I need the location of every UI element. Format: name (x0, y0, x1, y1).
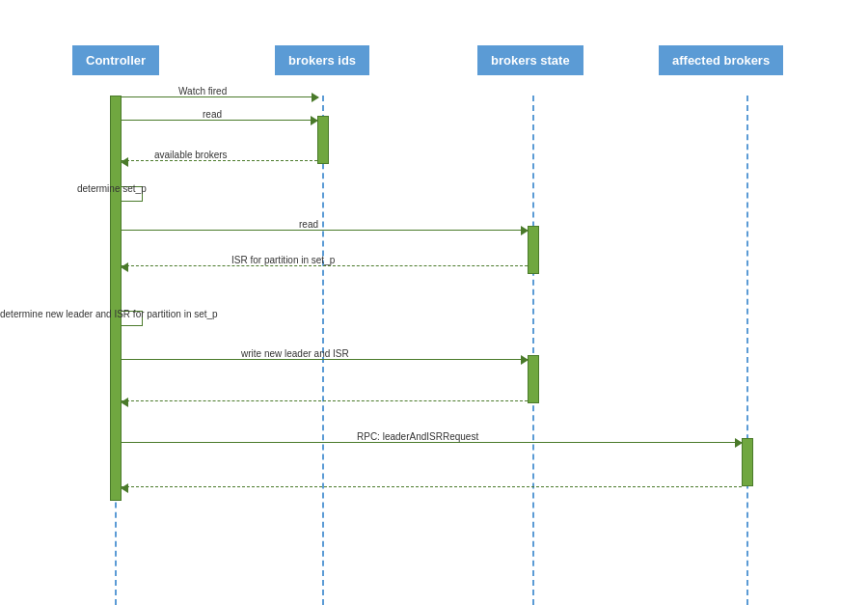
sequence-diagram: Controller brokers ids brokers state aff… (0, 0, 868, 605)
activation-brokers-state-1 (528, 226, 539, 274)
arrow-write (122, 359, 528, 360)
label-determine-set-p: determine set_p (77, 183, 147, 194)
arrow-write-response (122, 400, 528, 401)
arrow-rpc (122, 442, 742, 443)
label-read-1: read (203, 109, 222, 120)
actor-brokers-state: brokers state (477, 45, 583, 75)
arrow-isr (122, 265, 528, 266)
lifeline-affected-brokers (746, 96, 748, 605)
arrow-read-1 (122, 120, 317, 121)
arrow-available-brokers (122, 160, 317, 161)
arrow-rpc-response (122, 486, 742, 487)
label-watch-fired: Watch fired (178, 86, 227, 96)
label-available-brokers: available brokers (154, 150, 228, 160)
arrow-read-2 (122, 230, 528, 231)
label-rpc: RPC: leaderAndISRRequest (357, 431, 478, 442)
activation-controller-1 (110, 96, 122, 501)
activation-brokers-ids-1 (317, 116, 329, 164)
activation-brokers-state-2 (528, 355, 539, 403)
label-determine-new-leader: determine new leader and ISR for partiti… (0, 309, 218, 319)
arrow-watch-fired (122, 96, 318, 97)
lifeline-brokers-state (532, 96, 534, 605)
label-read-2: read (299, 219, 318, 230)
actor-brokers-ids: brokers ids (275, 45, 369, 75)
label-isr: ISR for partition in set_p (231, 255, 335, 265)
activation-affected-brokers-1 (742, 438, 753, 486)
label-write: write new leader and ISR (241, 348, 349, 359)
actor-controller: Controller (72, 45, 159, 75)
actor-affected-brokers: affected brokers (659, 45, 783, 75)
